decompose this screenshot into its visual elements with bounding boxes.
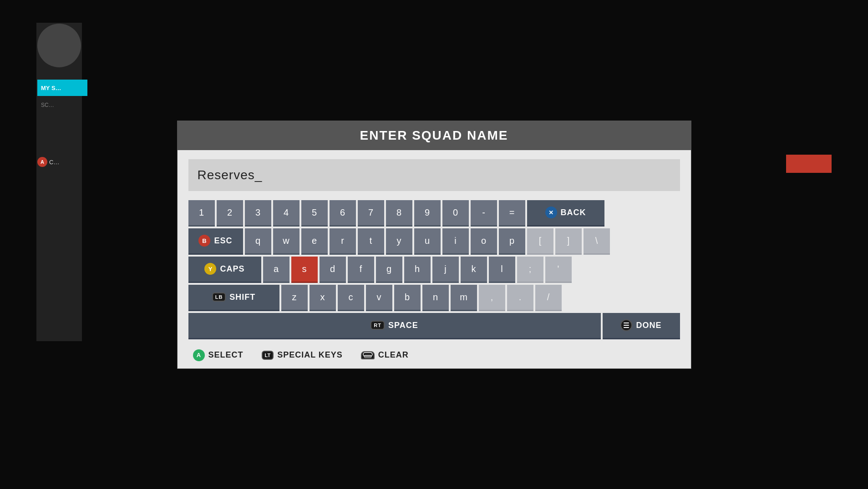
shift-label: SHIFT [229,292,255,302]
key-esc[interactable]: B ESC [188,228,243,255]
key-equals[interactable]: = [499,200,525,227]
key-0[interactable]: 0 [442,200,469,227]
key-i[interactable]: i [442,228,469,255]
menu-button-icon [620,319,632,331]
key-o[interactable]: o [471,228,497,255]
bg-a-label: A C… [37,157,59,167]
special-keys-label: SPECIAL KEYS [277,350,343,360]
key-y[interactable]: y [386,228,412,255]
bg-a-circle-icon: A [37,157,47,167]
key-8[interactable]: 8 [386,200,412,227]
bg-logo [37,24,81,67]
key-l[interactable]: l [489,257,515,283]
bg-c-text: C… [49,159,59,166]
bg-my-squads-label: MY S… [37,80,87,96]
menu-line-1 [624,323,629,323]
esc-label: ESC [214,236,232,246]
key-b[interactable]: b [394,285,421,311]
key-q[interactable]: q [245,228,271,255]
enter-squad-name-dialog: ENTER SQUAD NAME Reserves_ 1 2 3 4 5 6 7… [177,121,691,369]
key-caps[interactable]: Y CAPS [188,257,261,283]
lb-button-icon: LB [212,292,226,302]
key-v[interactable]: v [366,285,392,311]
bg-red-bar [786,155,832,173]
key-semicolon[interactable]: ; [517,257,543,283]
key-4[interactable]: 4 [273,200,299,227]
key-u[interactable]: u [414,228,441,255]
rt-button-icon: RT [371,321,385,330]
dialog-title: ENTER SQUAD NAME [360,128,508,142]
key-a[interactable]: a [263,257,289,283]
keyboard-row-space: RT SPACE DONE [188,313,680,339]
action-bar: A SELECT LT SPECIAL KEYS CLEAR [188,341,680,368]
dialog-header: ENTER SQUAD NAME [178,121,691,150]
key-period[interactable]: . [507,285,533,311]
lt-button-icon: LT [262,351,274,360]
space-label: SPACE [388,321,418,330]
keyboard-row-numbers: 1 2 3 4 5 6 7 8 9 0 - = ✕ BACK [188,200,680,227]
key-k[interactable]: k [461,257,487,283]
text-input-value: Reserves_ [198,168,263,182]
key-bracket-close[interactable]: ] [555,228,582,255]
done-label: DONE [636,321,661,330]
key-w[interactable]: w [273,228,299,255]
keyboard-row-zxcv: LB SHIFT z x c v b n m , . / [188,285,680,311]
keyboard-row-qwerty: B ESC q w e r t y u i o p [ ] \ [188,228,680,255]
r1-icon-svg [363,352,373,358]
key-1[interactable]: 1 [188,200,215,227]
key-space[interactable]: RT SPACE [188,313,601,339]
key-r[interactable]: r [330,228,356,255]
r1-button-icon [361,351,375,359]
key-c[interactable]: c [338,285,364,311]
key-m[interactable]: m [451,285,477,311]
menu-lines [624,323,629,328]
key-e[interactable]: e [301,228,328,255]
caps-label: CAPS [220,264,244,274]
key-f[interactable]: f [348,257,374,283]
key-n[interactable]: n [422,285,449,311]
key-7[interactable]: 7 [358,200,384,227]
key-j[interactable]: j [432,257,459,283]
b-button-icon: B [198,235,210,247]
keyboard: 1 2 3 4 5 6 7 8 9 0 - = ✕ BACK B [188,200,680,339]
svg-rect-0 [363,353,372,356]
key-bracket-open[interactable]: [ [527,228,553,255]
key-comma[interactable]: , [479,285,505,311]
bg-squads-sublabel: SC… [37,100,87,110]
action-clear[interactable]: CLEAR [361,350,409,360]
key-p[interactable]: p [499,228,525,255]
key-6[interactable]: 6 [330,200,356,227]
bg-sidebar [36,23,82,341]
dialog-body: Reserves_ 1 2 3 4 5 6 7 8 9 0 - = ✕ BACK [178,150,691,368]
key-z[interactable]: z [281,285,308,311]
key-done[interactable]: DONE [603,313,680,339]
key-h[interactable]: h [404,257,431,283]
key-s[interactable]: s [291,257,318,283]
key-3[interactable]: 3 [245,200,271,227]
key-slash[interactable]: / [535,285,562,311]
back-label: BACK [561,208,586,217]
key-x[interactable]: x [310,285,336,311]
key-minus[interactable]: - [471,200,497,227]
select-label: SELECT [208,350,244,360]
a-button-icon: A [193,349,205,361]
menu-line-3 [624,327,629,328]
key-back[interactable]: ✕ BACK [527,200,604,227]
key-t[interactable]: t [358,228,384,255]
keyboard-row-asdf: Y CAPS a s d f g h j k l ; ' [188,257,680,283]
key-2[interactable]: 2 [217,200,243,227]
clear-label: CLEAR [378,350,409,360]
key-shift[interactable]: LB SHIFT [188,285,279,311]
key-5[interactable]: 5 [301,200,328,227]
key-9[interactable]: 9 [414,200,441,227]
x-button-icon: ✕ [545,207,557,218]
key-backslash[interactable]: \ [584,228,610,255]
text-input-area[interactable]: Reserves_ [188,159,680,191]
y-button-icon: Y [204,263,216,275]
action-special-keys[interactable]: LT SPECIAL KEYS [262,350,343,360]
key-quote[interactable]: ' [545,257,572,283]
key-g[interactable]: g [376,257,402,283]
menu-line-2 [624,325,629,326]
action-select[interactable]: A SELECT [193,349,244,361]
key-d[interactable]: d [320,257,346,283]
